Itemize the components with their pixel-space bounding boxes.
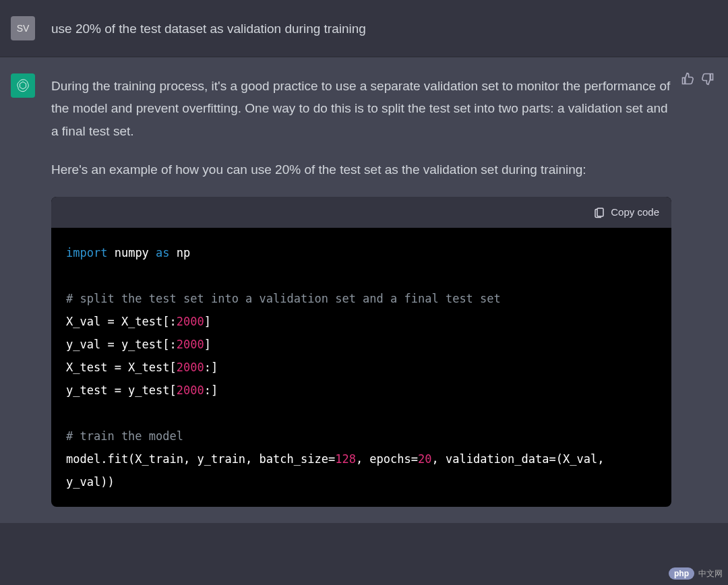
code-token-comment: # split the test set into a validation s… [66,292,501,305]
code-token-text: y_val = y_test[: [66,338,177,351]
code-token-number: 20 [418,452,431,466]
assistant-message-content: During the training process, it's a good… [51,73,671,507]
copy-code-label: Copy code [611,204,659,221]
code-block-header: Copy code [51,197,671,228]
user-message-row: SV use 20% of the test dataset as valida… [0,0,728,57]
user-message-content: use 20% of the test dataset as validatio… [51,16,671,40]
code-token-number: 2000 [177,338,204,351]
code-token-text: model.fit(X_train, y_train, batch_size= [66,452,335,466]
php-badge: php [669,567,694,580]
assistant-message-row: During the training process, it's a good… [0,57,728,523]
user-message-text: use 20% of the test dataset as validatio… [51,22,366,36]
svg-rect-0 [597,208,603,216]
code-token-number: 2000 [177,361,204,374]
clipboard-icon [593,206,605,218]
user-avatar-initials: SV [17,23,30,34]
code-block: Copy code import numpy as np # split the… [51,197,671,507]
code-token-number: 128 [335,452,356,466]
code-content: import numpy as np # split the test set … [51,228,671,507]
code-token-text: ] [204,338,211,351]
code-token-text: X_test = X_test[ [66,361,177,374]
code-token-text: y_test = y_test[ [66,383,177,397]
code-token-text: , epochs= [356,452,418,466]
assistant-paragraph: During the training process, it's a good… [51,75,671,142]
thumbs-up-icon[interactable] [681,72,694,86]
code-token-text: ] [204,315,211,328]
code-token-text: :] [204,383,218,397]
feedback-controls [681,72,715,86]
code-token-number: 2000 [177,315,204,328]
assistant-avatar [11,73,35,98]
thumbs-down-icon[interactable] [701,72,715,86]
code-token-text: :] [204,361,218,374]
code-token-keyword: as [156,246,169,259]
copy-code-button[interactable]: Copy code [593,204,659,221]
code-token-text: X_val = X_test[: [66,315,177,328]
openai-logo-icon [16,78,30,93]
code-token-module: np [177,246,190,259]
code-token-number: 2000 [177,383,204,397]
code-token-module: numpy [115,246,149,259]
watermark: php 中文网 [669,567,723,580]
user-avatar: SV [11,16,35,40]
code-token-keyword: import [66,246,107,259]
assistant-paragraph: Here's an example of how you can use 20%… [51,158,671,181]
code-token-comment: # train the model [66,429,183,443]
watermark-text: 中文网 [698,568,723,580]
